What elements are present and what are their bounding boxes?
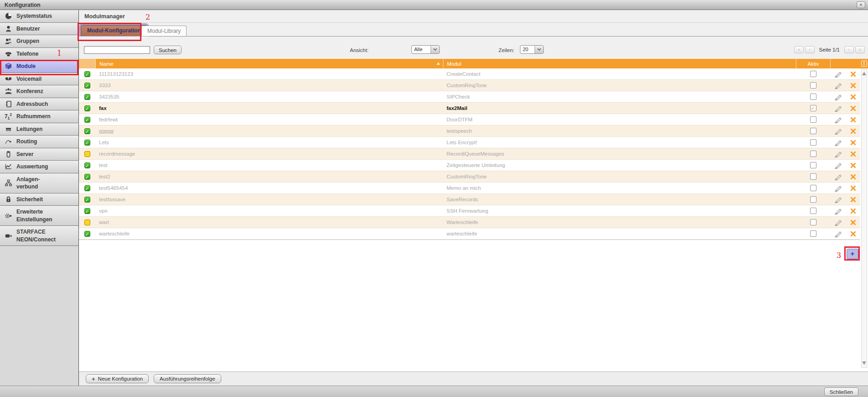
edit-pencil-icon[interactable]: [834, 196, 842, 203]
sidebar-item-anlagenverbund[interactable]: Anlagen-verbund: [0, 173, 78, 193]
new-configuration-button[interactable]: + Neue Konfiguration: [86, 374, 149, 383]
column-name[interactable]: Name: [95, 59, 443, 68]
delete-x-icon[interactable]: [850, 83, 856, 89]
edit-pencil-icon[interactable]: [834, 105, 842, 112]
sidebar-item-adressbuch[interactable]: Adressbuch: [0, 98, 78, 111]
aktiv-checkbox[interactable]: [810, 162, 816, 168]
module-row[interactable]: ✓111313123123CreateContact: [79, 68, 860, 80]
module-row[interactable]: ✓test2CustomRingTone: [79, 171, 860, 183]
aktiv-checkbox[interactable]: [810, 71, 816, 77]
delete-x-icon[interactable]: [850, 174, 856, 180]
sidebar-item-voicemail[interactable]: Voicemail: [0, 73, 78, 86]
sidebar-item-konferenz[interactable]: Konferenz: [0, 85, 78, 98]
module-row[interactable]: ✓gggggtestspeech: [79, 125, 860, 137]
delete-x-icon[interactable]: [850, 128, 856, 134]
edit-pencil-icon[interactable]: [834, 208, 842, 214]
aktiv-checkbox[interactable]: [810, 196, 816, 203]
aktiv-checkbox[interactable]: [810, 116, 816, 123]
delete-x-icon[interactable]: [850, 151, 856, 157]
module-row[interactable]: ✓testfaxsaveSaveRecords: [79, 194, 860, 205]
scroll-up-icon[interactable]: [862, 72, 866, 75]
delete-x-icon[interactable]: [850, 162, 856, 168]
add-module-button[interactable]: +: [847, 249, 858, 259]
aktiv-checkbox[interactable]: [810, 185, 816, 191]
search-input[interactable]: [84, 46, 150, 54]
module-row[interactable]: ✓vpnSSH Fernwartung: [79, 205, 860, 217]
prev-page-button[interactable]: ‹: [805, 46, 815, 53]
sidebar-item-server[interactable]: Server: [0, 148, 78, 161]
sidebar-item-auswertung[interactable]: Auswertung: [0, 161, 78, 173]
aktiv-checkbox[interactable]: [810, 139, 816, 146]
edit-pencil-icon[interactable]: [834, 230, 842, 237]
aktiv-checkbox[interactable]: [810, 219, 816, 225]
delete-x-icon[interactable]: [850, 140, 856, 146]
view-select[interactable]: Alle: [411, 45, 440, 54]
close-button[interactable]: Schließen: [824, 387, 858, 396]
aktiv-checkbox[interactable]: [810, 82, 816, 89]
sidebar-item-leitungen[interactable]: Leitungen: [0, 123, 78, 136]
scroll-down-icon[interactable]: [862, 361, 866, 365]
first-page-button[interactable]: «: [794, 46, 804, 53]
delete-x-icon[interactable]: [850, 219, 856, 225]
sidebar-item-gruppen[interactable]: Gruppen: [0, 35, 78, 48]
module-row[interactable]: wartWarteschleife: [79, 217, 860, 228]
delete-x-icon[interactable]: [850, 231, 856, 237]
search-button[interactable]: Suchen: [154, 46, 182, 54]
next-page-button[interactable]: ›: [844, 46, 854, 53]
delete-x-icon[interactable]: [850, 117, 856, 123]
module-row[interactable]: ✓LetsLets Encrypt!: [79, 137, 860, 148]
module-row[interactable]: recordmessageRecordiQueueMessages: [79, 148, 860, 160]
delete-x-icon[interactable]: [850, 71, 856, 77]
edit-pencil-icon[interactable]: [834, 185, 842, 192]
edit-pencil-icon[interactable]: [834, 139, 842, 146]
sidebar-item-starface-neon-connect[interactable]: STARFACENEON/Connect: [0, 226, 78, 246]
sidebar-item-systemstatus[interactable]: Systemstatus: [0, 10, 78, 23]
delete-x-icon[interactable]: [850, 185, 856, 191]
edit-pencil-icon[interactable]: [834, 151, 842, 157]
aktiv-checkbox[interactable]: [810, 230, 816, 237]
aktiv-checkbox[interactable]: [810, 151, 816, 157]
delete-x-icon[interactable]: [850, 208, 856, 214]
rows-select[interactable]: 20: [520, 45, 544, 54]
sidebar-item-erweiterte-einstellungen[interactable]: ErweiterteEinstellungen: [0, 206, 78, 226]
execution-order-button[interactable]: Ausführungsreihenfolge: [154, 374, 221, 383]
module-row[interactable]: ✓warteschleifewarteschleife: [79, 228, 860, 240]
delete-x-icon[interactable]: [850, 197, 856, 203]
sidebar-item-sicherheit[interactable]: Sicherheit: [0, 193, 78, 206]
delete-x-icon[interactable]: [850, 94, 856, 100]
edit-pencil-icon[interactable]: [834, 94, 842, 100]
edit-pencil-icon[interactable]: [834, 219, 842, 226]
vertical-scrollbar[interactable]: [861, 69, 867, 368]
window-close-button[interactable]: ×: [857, 1, 865, 8]
sidebar-item-routing[interactable]: Routing: [0, 136, 78, 148]
aktiv-checkbox[interactable]: [810, 208, 816, 214]
delete-x-icon[interactable]: [850, 105, 856, 111]
module-row[interactable]: ✓3333CustomRingTone: [79, 80, 860, 91]
column-info[interactable]: i: [860, 59, 868, 68]
sidebar-item-rufnummern[interactable]: 712Rufnummern: [0, 110, 78, 123]
toolbar: Suchen Ansicht: Alle Zeilen: 20 « ‹ Seit…: [79, 37, 868, 59]
edit-pencil-icon[interactable]: [834, 128, 842, 135]
aktiv-checkbox[interactable]: ✓: [810, 105, 816, 111]
edit-pencil-icon[interactable]: [834, 71, 842, 78]
edit-pencil-icon[interactable]: [834, 162, 842, 169]
edit-pencil-icon[interactable]: [834, 173, 842, 180]
module-row[interactable]: ✓3423535SIPCheck: [79, 91, 860, 103]
sidebar-item-benutzer[interactable]: Benutzer: [0, 23, 78, 36]
module-row[interactable]: ✓faxfax2Mail✓: [79, 103, 860, 114]
aktiv-checkbox[interactable]: [810, 128, 816, 134]
page-indicator: Seite 1/1: [819, 47, 840, 52]
sidebar-item-module[interactable]: Module: [0, 60, 78, 73]
tab-modul-konfiguration[interactable]: Modul-Konfiguration: [81, 25, 147, 36]
module-row[interactable]: ✓fedrfewtDoorDTFM: [79, 114, 860, 125]
last-page-button[interactable]: »: [855, 46, 865, 53]
tab-modul-library[interactable]: Modul-Library: [141, 26, 187, 36]
edit-pencil-icon[interactable]: [834, 116, 842, 123]
column-modul[interactable]: Modul: [443, 59, 796, 68]
sidebar-item-telefone[interactable]: Telefone: [0, 48, 78, 61]
module-row[interactable]: ✓testZeitgesteuerte Umleitung: [79, 160, 860, 171]
module-row[interactable]: ✓test5465454Memo an mich: [79, 183, 860, 194]
aktiv-checkbox[interactable]: [810, 173, 816, 180]
edit-pencil-icon[interactable]: [834, 82, 842, 89]
aktiv-checkbox[interactable]: [810, 94, 816, 100]
